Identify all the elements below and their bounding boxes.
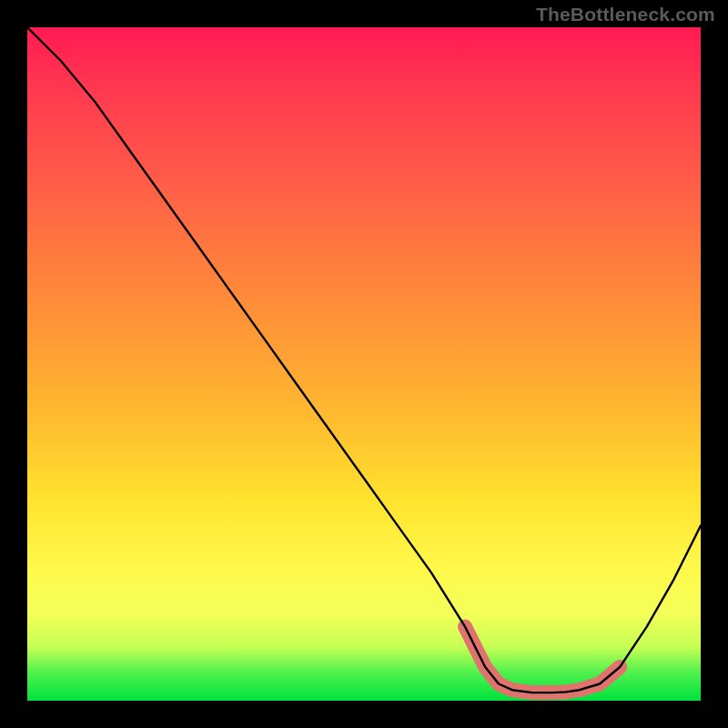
plot-area (27, 27, 701, 701)
curve-layer (27, 27, 701, 701)
watermark-text: TheBottleneck.com (536, 4, 715, 25)
bottleneck-curve-path (27, 27, 701, 693)
highlight-band-path (465, 627, 620, 693)
chart-stage: TheBottleneck.com (0, 0, 728, 728)
